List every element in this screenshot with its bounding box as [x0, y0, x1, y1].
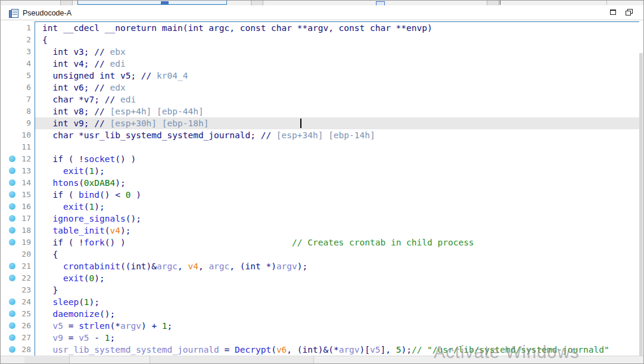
- code-line[interactable]: 14 htons(0xDAB4);: [1, 177, 639, 189]
- toolbar-icon-fragment[interactable]: [161, 1, 169, 4]
- line-number: 6: [26, 82, 31, 94]
- toolbar-highlighted-panel: [77, 0, 227, 5]
- code-line[interactable]: 4 int v4; // edi: [1, 58, 639, 70]
- tab-pseudocode-a[interactable]: Pseudocode-A: [9, 7, 71, 19]
- gutter-cell[interactable]: 22: [1, 272, 35, 284]
- gutter-cell[interactable]: 5: [1, 70, 35, 82]
- maximize-icon[interactable]: [610, 10, 616, 15]
- code-line[interactable]: 17 ignore_signals();: [1, 213, 639, 225]
- gutter-cell[interactable]: 18: [1, 225, 35, 237]
- gutter-cell[interactable]: 27: [1, 332, 35, 344]
- code-line[interactable]: 24 sleep(1);: [1, 296, 639, 308]
- breakpoint-dot[interactable]: [9, 191, 15, 198]
- code-line[interactable]: 25 daemonize();: [1, 308, 639, 320]
- line-number: 24: [21, 296, 31, 308]
- gutter-cell[interactable]: 17: [1, 213, 35, 225]
- gutter-cell[interactable]: 9: [1, 117, 35, 129]
- code-line[interactable]: 23 }: [1, 284, 639, 296]
- gutter-cell[interactable]: 28: [1, 344, 35, 356]
- code-text: htons(0xDAB4);: [35, 177, 639, 189]
- code-text: {: [35, 34, 639, 46]
- bottom-segment: [24, 357, 69, 364]
- code-text: if ( bind() < 0 ): [35, 189, 639, 201]
- code-line[interactable]: 21 crontabinit((int)&argc, v4, argc, (in…: [1, 260, 639, 272]
- gutter-cell[interactable]: 16: [1, 201, 35, 213]
- code-line[interactable]: 7 char *v7; // edi: [1, 94, 639, 105]
- breakpoint-dot[interactable]: [9, 310, 15, 317]
- breakpoint-dot[interactable]: [9, 263, 15, 269]
- code-text: int v9; // [esp+30h] [ebp-18h]: [35, 117, 639, 129]
- breakpoint-dot[interactable]: [9, 227, 15, 234]
- breakpoint-dot[interactable]: [9, 322, 15, 329]
- gutter-cell[interactable]: 24: [1, 296, 35, 308]
- breakpoint-dot[interactable]: [9, 334, 15, 341]
- line-number: 15: [21, 189, 31, 201]
- line-number: 3: [26, 46, 31, 58]
- breakpoint-dot[interactable]: [9, 298, 15, 305]
- gutter-cell[interactable]: 25: [1, 308, 35, 320]
- line-number: 8: [26, 105, 31, 117]
- code-text: exit(0);: [35, 272, 639, 284]
- code-line[interactable]: 18 table_init(v4);: [1, 225, 639, 237]
- gutter-cell[interactable]: 11: [1, 141, 35, 153]
- gutter-cell[interactable]: 15: [1, 189, 35, 201]
- code-line[interactable]: 13 exit(1);: [1, 165, 639, 177]
- gutter-cell[interactable]: 2: [1, 34, 35, 46]
- breakpoint-dot[interactable]: [9, 215, 15, 222]
- code-line[interactable]: 15 if ( bind() < 0 ): [1, 189, 639, 201]
- code-line[interactable]: 5 unsigned int v5; // kr04_4: [1, 70, 639, 82]
- breakpoint-dot[interactable]: [9, 239, 15, 245]
- breakpoint-dot[interactable]: [9, 179, 15, 186]
- line-number: 23: [21, 284, 31, 296]
- code-line[interactable]: 22 exit(0);: [1, 272, 639, 284]
- code-line[interactable]: 19 if ( !fork() ) // Creates crontab in …: [1, 237, 639, 248]
- line-number: 20: [21, 248, 31, 260]
- gutter-cell[interactable]: 7: [1, 94, 35, 105]
- gutter-cell[interactable]: 12: [1, 153, 35, 165]
- gutter-cell[interactable]: 20: [1, 248, 35, 260]
- code-text: v9 = v5 - 1;: [35, 332, 639, 344]
- gutter-cell[interactable]: 6: [1, 82, 35, 94]
- code-line[interactable]: 9 int v9; // [esp+30h] [ebp-18h]: [1, 117, 639, 129]
- breakpoint-dot[interactable]: [9, 346, 15, 353]
- code-line[interactable]: 16 exit(1);: [1, 201, 639, 213]
- gutter-cell[interactable]: 21: [1, 260, 35, 272]
- code-line[interactable]: 10 char *usr_lib_systemd_systemd_journal…: [1, 129, 639, 141]
- code-text: crontabinit((int)&argc, v4, argc, (int *…: [35, 260, 639, 272]
- gutter-cell[interactable]: 10: [1, 129, 35, 141]
- gutter-cell[interactable]: 3: [1, 46, 35, 58]
- gutter-cell[interactable]: 26: [1, 320, 35, 332]
- gutter-cell[interactable]: 8: [1, 105, 35, 117]
- gutter-cell[interactable]: 19: [1, 237, 35, 248]
- code-text: exit(1);: [35, 201, 639, 213]
- code-line[interactable]: 2{: [1, 34, 639, 46]
- code-line[interactable]: 12 if ( !socket() ): [1, 153, 639, 165]
- line-number: 17: [21, 213, 31, 225]
- code-text: daemonize();: [35, 308, 639, 320]
- gutter-cell[interactable]: 13: [1, 165, 35, 177]
- code-line[interactable]: 27 v9 = v5 - 1;: [1, 332, 639, 344]
- gutter-cell[interactable]: 1: [1, 22, 35, 34]
- code-line[interactable]: 26 v5 = strlen(*argv) + 1;: [1, 320, 639, 332]
- gutter-cell[interactable]: 14: [1, 177, 35, 189]
- code-line[interactable]: 28 usr_lib_systemd_systemd_journald = De…: [1, 344, 639, 356]
- breakpoint-dot[interactable]: [9, 167, 15, 174]
- code-text: int __cdecl __noreturn main(int argc, co…: [35, 22, 639, 34]
- bottom-panel-edge: [1, 356, 643, 364]
- code-line[interactable]: 1int __cdecl __noreturn main(int argc, c…: [1, 22, 639, 34]
- gutter-cell[interactable]: 4: [1, 58, 35, 70]
- code-line[interactable]: 8 int v8; // [esp+4h] [ebp-44h]: [1, 105, 639, 117]
- float-windows-icon[interactable]: [626, 9, 633, 15]
- tab-label: Pseudocode-A: [23, 9, 71, 17]
- breakpoint-dot[interactable]: [9, 275, 15, 281]
- vertical-scrollbar[interactable]: [639, 53, 643, 356]
- gutter-cell[interactable]: 23: [1, 284, 35, 296]
- breakpoint-dot[interactable]: [9, 155, 15, 162]
- code-line[interactable]: 3 int v3; // ebx: [1, 46, 639, 58]
- code-line[interactable]: 6 int v6; // edx: [1, 82, 639, 94]
- line-number: 2: [26, 34, 31, 46]
- breakpoint-dot[interactable]: [9, 203, 15, 210]
- code-line[interactable]: 20 {: [1, 248, 639, 260]
- bottom-segment: [150, 357, 313, 364]
- code-line[interactable]: 11: [1, 141, 639, 153]
